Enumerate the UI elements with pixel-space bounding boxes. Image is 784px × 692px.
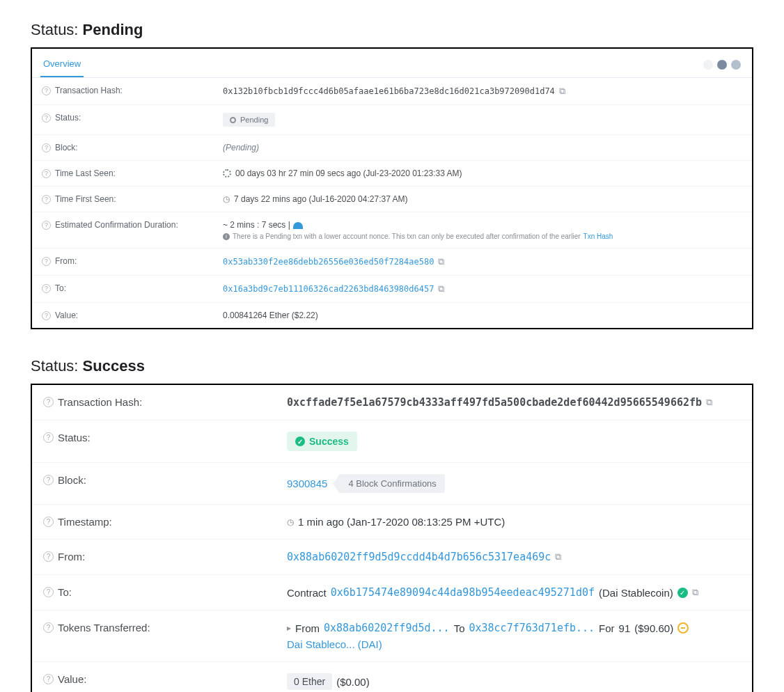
- txn-hash-link[interactable]: Txn Hash: [583, 233, 613, 240]
- pending-panel-header: Overview: [32, 49, 752, 78]
- to-contract-prefix: Contract: [287, 587, 327, 599]
- row-status: ?Status: ✓ Success: [32, 420, 752, 463]
- row-txhash: ?Transaction Hash: 0xcffade7f5e1a67579cb…: [32, 385, 752, 420]
- section-title-success: Status: Success: [31, 357, 753, 375]
- value-usd: ($0.00): [336, 676, 370, 688]
- tab-overview[interactable]: Overview: [40, 52, 84, 77]
- pending-panel: Overview ?Transaction Hash: 0x132b10fbcb…: [31, 47, 753, 329]
- row-value: ?Value: 0 Ether ($0.00): [32, 662, 752, 692]
- copy-icon[interactable]: ⧉: [438, 256, 444, 267]
- copy-icon[interactable]: ⧉: [438, 283, 444, 294]
- row-last-seen: ?Time Last Seen: 00 days 03 hr 27 min 09…: [32, 161, 752, 187]
- txhash-value: 0x132b10fbcb1d9fccc4d6b05afaae1e61b6ba72…: [223, 86, 555, 96]
- block-value: (Pending): [223, 143, 259, 152]
- first-seen-value: 7 days 22 mins ago (Jul-16-2020 04:27:37…: [234, 194, 407, 204]
- copy-icon[interactable]: ⧉: [692, 587, 698, 598]
- help-icon[interactable]: ?: [42, 257, 51, 266]
- help-icon[interactable]: ?: [43, 587, 54, 597]
- row-value: ?Value: 0.00841264 Ether ($2.22): [32, 303, 752, 328]
- gauge-icon: [293, 222, 303, 229]
- check-icon: ✓: [295, 437, 305, 446]
- copy-icon[interactable]: ⧉: [559, 86, 565, 97]
- row-to: ?To: 0x16a3bd9c7eb11106326cad2263bd84639…: [32, 276, 752, 303]
- to-address-link[interactable]: 0x16a3bd9c7eb11106326cad2263bd8463980d64…: [223, 284, 434, 294]
- txhash-value: 0xcffade7f5e1a67579cb4333aff497fd5a500cb…: [287, 396, 702, 409]
- help-icon[interactable]: ?: [42, 195, 51, 204]
- arrow-right-icon: ▸: [287, 623, 291, 633]
- dot-icon: [717, 60, 727, 70]
- row-block: ?Block: 9300845 4 Block Confirmations: [32, 463, 752, 505]
- clock-icon: ◷: [287, 517, 294, 527]
- block-confirmations-badge: 4 Block Confirmations: [340, 474, 444, 493]
- section-title-pending: Status: Pending: [31, 21, 753, 39]
- spinner-icon: [223, 169, 231, 178]
- help-icon[interactable]: ?: [43, 475, 54, 485]
- status-badge-pending: Pending: [223, 113, 275, 127]
- help-icon[interactable]: ?: [42, 86, 51, 95]
- value-ether-pill: 0 Ether: [287, 673, 332, 690]
- help-icon[interactable]: ?: [43, 397, 54, 407]
- success-panel: ?Transaction Hash: 0xcffade7f5e1a67579cb…: [31, 384, 753, 692]
- row-from: ?From: 0x88ab60202ff9d5d9ccdd4b4d7b656c5…: [32, 540, 752, 575]
- help-icon[interactable]: ?: [42, 169, 51, 178]
- value-text: 0.00841264 Ether ($2.22): [223, 310, 318, 320]
- est-conf-value: ~ 2 mins : 7 secs |: [223, 220, 290, 230]
- est-conf-note: i There is a Pending txn with a lower ac…: [223, 233, 742, 240]
- help-icon[interactable]: ?: [43, 622, 54, 633]
- dot-icon: [703, 60, 713, 70]
- pending-circle-icon: [230, 117, 236, 123]
- help-icon[interactable]: ?: [43, 432, 54, 443]
- tokens-from-link[interactable]: 0x88ab60202ff9d5d...: [324, 622, 450, 634]
- help-icon[interactable]: ?: [43, 674, 54, 684]
- block-number-link[interactable]: 9300845: [287, 478, 327, 489]
- status-badge-success: ✓ Success: [287, 432, 357, 451]
- copy-icon[interactable]: ⧉: [706, 397, 712, 408]
- help-icon[interactable]: ?: [42, 143, 51, 152]
- verified-icon: ✓: [677, 588, 688, 598]
- row-est-conf: ?Estimated Confirmation Duration: ~ 2 mi…: [32, 212, 752, 249]
- help-icon[interactable]: ?: [43, 517, 54, 527]
- info-icon: i: [223, 233, 230, 240]
- row-first-seen: ?Time First Seen: ◷ 7 days 22 mins ago (…: [32, 187, 752, 212]
- to-contract-name: (Dai Stablecoin): [599, 587, 673, 599]
- tokens-amount: 91: [619, 622, 631, 634]
- tokens-to-link[interactable]: 0x38cc7f763d71efb...: [469, 622, 595, 634]
- row-txhash: ?Transaction Hash: 0x132b10fbcb1d9fccc4d…: [32, 78, 752, 105]
- row-to: ?To: Contract 0x6b175474e89094c44da98b95…: [32, 575, 752, 611]
- panel-indicator-dots: [703, 60, 744, 70]
- from-address-link[interactable]: 0x88ab60202ff9d5d9ccdd4b4d7b656c5317ea46…: [287, 551, 551, 563]
- help-icon[interactable]: ?: [42, 113, 51, 123]
- tokens-usd: ($90.60): [634, 622, 673, 634]
- dai-token-icon: [677, 622, 689, 634]
- to-address-link[interactable]: 0x6b175474e89094c44da98b954eedeac495271d…: [331, 586, 595, 599]
- last-seen-value: 00 days 03 hr 27 min 09 secs ago (Jul-23…: [235, 168, 462, 178]
- row-from: ?From: 0x53ab330f2ee86debb26556e036ed50f…: [32, 249, 752, 276]
- from-address-link[interactable]: 0x53ab330f2ee86debb26556e036ed50f7284ae5…: [223, 257, 434, 267]
- help-icon[interactable]: ?: [43, 551, 54, 562]
- row-timestamp: ?Timestamp: ◷ 1 min ago (Jan-17-2020 08:…: [32, 505, 752, 540]
- copy-icon[interactable]: ⧉: [555, 551, 561, 563]
- row-status: ?Status: Pending: [32, 105, 752, 135]
- clock-icon: ◷: [223, 194, 230, 204]
- help-icon[interactable]: ?: [42, 221, 51, 230]
- timestamp-value: 1 min ago (Jan-17-2020 08:13:25 PM +UTC): [298, 516, 505, 528]
- row-block: ?Block: (Pending): [32, 135, 752, 161]
- tokens-name-link[interactable]: Dai Stableco... (DAI): [287, 638, 382, 650]
- row-tokens: ?Tokens Transferred: ▸ From 0x88ab60202f…: [32, 611, 752, 662]
- help-icon[interactable]: ?: [42, 311, 51, 320]
- help-icon[interactable]: ?: [42, 284, 51, 293]
- dot-icon: [731, 60, 741, 70]
